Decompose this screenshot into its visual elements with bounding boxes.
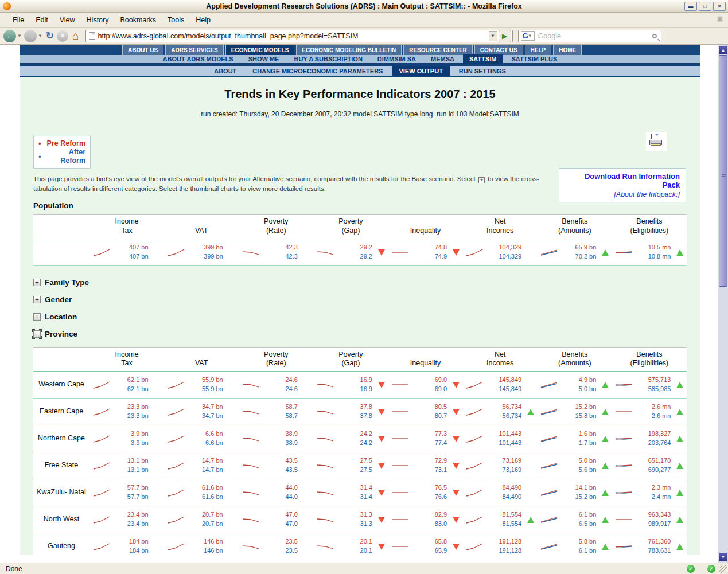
sparkline-thumbnail[interactable]: [92, 515, 111, 524]
menu-tools[interactable]: Tools: [163, 14, 189, 26]
sparkline-thumbnail[interactable]: [390, 515, 410, 524]
nav-item-resource-center[interactable]: RESOURCE CENTER: [403, 45, 473, 55]
sparkline-thumbnail[interactable]: [465, 542, 484, 551]
expand-icon[interactable]: +: [33, 296, 41, 303]
sparkline-thumbnail[interactable]: [465, 407, 484, 416]
menu-help[interactable]: Help: [191, 14, 215, 26]
sparkline-thumbnail[interactable]: [390, 407, 410, 416]
sparkline-thumbnail[interactable]: [92, 434, 111, 443]
sparkline-thumbnail[interactable]: [390, 380, 410, 389]
sparkline-thumbnail[interactable]: [241, 380, 260, 389]
expand-icon[interactable]: +: [33, 313, 41, 321]
nav-item-about[interactable]: ABOUT: [207, 66, 243, 76]
nav-item-help[interactable]: HELP: [525, 45, 552, 55]
sparkline-thumbnail[interactable]: [614, 488, 633, 497]
sparkline-thumbnail[interactable]: [241, 542, 260, 551]
sparkline-thumbnail[interactable]: [614, 434, 633, 443]
forward-button[interactable]: →: [24, 30, 37, 42]
nav-item-show-me[interactable]: SHOW ME: [242, 54, 286, 64]
sparkline-thumbnail[interactable]: [166, 488, 186, 497]
sparkline-thumbnail[interactable]: [166, 407, 186, 416]
menu-history[interactable]: History: [82, 14, 114, 26]
menu-edit[interactable]: Edit: [31, 14, 53, 26]
forward-dropdown-icon[interactable]: ▼: [38, 33, 42, 38]
sparkline-thumbnail[interactable]: [614, 407, 633, 416]
sparkline-thumbnail[interactable]: [465, 515, 484, 524]
nav-item-run-settings[interactable]: RUN SETTINGS: [452, 66, 513, 76]
scroll-up-button[interactable]: ▲: [719, 46, 727, 54]
scroll-down-button[interactable]: ▼: [719, 553, 727, 561]
sparkline-thumbnail[interactable]: [614, 542, 633, 551]
sparkline-thumbnail[interactable]: [465, 248, 484, 257]
nav-item-sattsim[interactable]: SATTSIM: [463, 54, 503, 64]
sparkline-thumbnail[interactable]: [465, 461, 484, 470]
resize-grip[interactable]: [719, 565, 727, 573]
sparkline-thumbnail[interactable]: [166, 515, 186, 524]
security-check-icon[interactable]: ✓: [687, 565, 695, 573]
sparkline-thumbnail[interactable]: [539, 542, 559, 551]
maximize-button[interactable]: □: [699, 2, 711, 11]
sparkline-thumbnail[interactable]: [316, 488, 335, 497]
url-bar[interactable]: http://www.adrs-global.com/models/output…: [85, 30, 513, 42]
sparkline-thumbnail[interactable]: [614, 380, 633, 389]
sparkline-thumbnail[interactable]: [166, 380, 186, 389]
sparkline-thumbnail[interactable]: [241, 248, 260, 257]
sparkline-thumbnail[interactable]: [390, 434, 410, 443]
sparkline-thumbnail[interactable]: [390, 461, 410, 470]
search-input[interactable]: Google: [535, 32, 652, 40]
sparkline-thumbnail[interactable]: [241, 515, 260, 524]
nav-item-sattsim-plus[interactable]: SATTSIM PLUS: [505, 54, 564, 64]
vertical-scrollbar[interactable]: ▲ ▼: [718, 45, 728, 563]
sparkline-thumbnail[interactable]: [390, 542, 410, 551]
search-icon[interactable]: [652, 34, 657, 38]
menu-file[interactable]: File: [8, 14, 29, 26]
sparkline-thumbnail[interactable]: [539, 380, 559, 389]
sparkline-thumbnail[interactable]: [241, 434, 260, 443]
sparkline-thumbnail[interactable]: [241, 461, 260, 470]
url-text[interactable]: http://www.adrs-global.com/models/output…: [98, 32, 489, 40]
menu-bookmarks[interactable]: Bookmarks: [115, 14, 161, 26]
sparkline-thumbnail[interactable]: [539, 461, 559, 470]
stop-button[interactable]: ✕: [57, 30, 68, 42]
minimize-button[interactable]: ▬: [684, 2, 697, 11]
reload-button[interactable]: ↻: [45, 30, 55, 42]
nav-item-economic-modeling-bulletin[interactable]: ECONOMIC MODELING BULLETIN: [296, 45, 402, 55]
sparkline-thumbnail[interactable]: [316, 380, 335, 389]
nav-item-economic-models[interactable]: ECONOMIC MODELS: [225, 45, 295, 55]
nav-item-about-us[interactable]: ABOUT US: [122, 45, 163, 55]
close-button[interactable]: ✕: [713, 2, 726, 11]
sparkline-thumbnail[interactable]: [92, 542, 111, 551]
nav-item-change-microeconomic-parameters[interactable]: CHANGE MICROECONOMIC PARAMETERS: [246, 66, 390, 76]
sparkline-thumbnail[interactable]: [166, 248, 186, 257]
scrollbar-thumb[interactable]: [719, 55, 727, 287]
sparkline-thumbnail[interactable]: [390, 488, 410, 497]
sparkline-thumbnail[interactable]: [92, 488, 111, 497]
sparkline-thumbnail[interactable]: [92, 380, 111, 389]
sparkline-thumbnail[interactable]: [166, 542, 186, 551]
sparkline-thumbnail[interactable]: [316, 542, 335, 551]
collapse-icon[interactable]: −: [33, 330, 41, 338]
menu-view[interactable]: View: [55, 14, 80, 26]
nav-item-about-adrs-models[interactable]: ABOUT ADRS MODELS: [157, 54, 240, 64]
sparkline-thumbnail[interactable]: [465, 434, 484, 443]
sparkline-thumbnail[interactable]: [92, 248, 111, 257]
sparkline-thumbnail[interactable]: [316, 515, 335, 524]
sparkline-thumbnail[interactable]: [614, 461, 633, 470]
nav-item-memsa[interactable]: MEMSA: [425, 54, 461, 64]
sparkline-thumbnail[interactable]: [614, 248, 633, 257]
back-button[interactable]: ←: [3, 30, 16, 42]
sparkline-thumbnail[interactable]: [92, 407, 111, 416]
sparkline-thumbnail[interactable]: [539, 248, 559, 257]
nav-item-view-output[interactable]: VIEW OUTPUT: [392, 66, 449, 76]
sparkline-thumbnail[interactable]: [166, 434, 186, 443]
url-history-dropdown-icon[interactable]: ▼: [489, 31, 497, 41]
sparkline-thumbnail[interactable]: [539, 434, 559, 443]
sparkline-thumbnail[interactable]: [316, 248, 335, 257]
sparkline-thumbnail[interactable]: [241, 407, 260, 416]
download-infopack-link[interactable]: Download Run Information Pack: [565, 172, 680, 189]
sparkline-thumbnail[interactable]: [539, 515, 559, 524]
sparkline-thumbnail[interactable]: [465, 380, 484, 389]
sparkline-thumbnail[interactable]: [241, 488, 260, 497]
sparkline-thumbnail[interactable]: [316, 434, 335, 443]
nav-item-buy-a-subscription[interactable]: BUY A SUBSCRIPTION: [287, 54, 368, 64]
